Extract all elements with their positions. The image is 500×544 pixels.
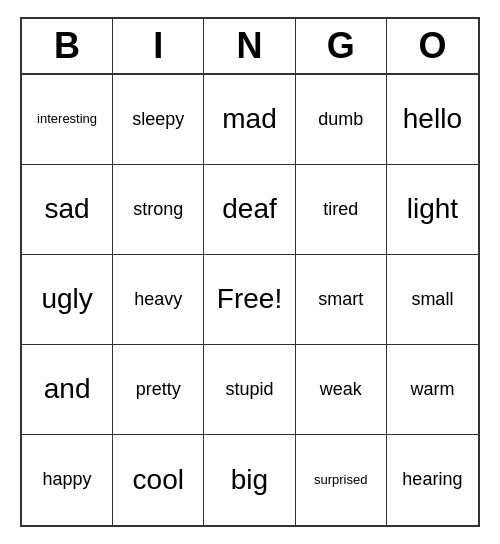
cell-label: tired bbox=[323, 200, 358, 220]
bingo-cell: deaf bbox=[204, 165, 295, 255]
bingo-cell: hearing bbox=[387, 435, 478, 525]
bingo-cell: strong bbox=[113, 165, 204, 255]
bingo-card: BINGO interestingsleepymaddumbhellosadst… bbox=[20, 17, 480, 527]
cell-label: stupid bbox=[225, 380, 273, 400]
bingo-cell: sad bbox=[22, 165, 113, 255]
cell-label: warm bbox=[410, 380, 454, 400]
bingo-cell: Free! bbox=[204, 255, 295, 345]
bingo-cell: sleepy bbox=[113, 75, 204, 165]
cell-label: mad bbox=[222, 104, 276, 135]
bingo-cell: interesting bbox=[22, 75, 113, 165]
cell-label: big bbox=[231, 465, 268, 496]
cell-label: heavy bbox=[134, 290, 182, 310]
bingo-cell: mad bbox=[204, 75, 295, 165]
cell-label: cool bbox=[133, 465, 184, 496]
bingo-cell: and bbox=[22, 345, 113, 435]
cell-label: happy bbox=[43, 470, 92, 490]
bingo-cell: hello bbox=[387, 75, 478, 165]
bingo-cell: weak bbox=[296, 345, 387, 435]
bingo-header-letter: N bbox=[204, 19, 295, 73]
bingo-header-letter: O bbox=[387, 19, 478, 73]
bingo-cell: light bbox=[387, 165, 478, 255]
cell-label: and bbox=[44, 374, 91, 405]
bingo-cell: big bbox=[204, 435, 295, 525]
bingo-cell: small bbox=[387, 255, 478, 345]
bingo-cell: tired bbox=[296, 165, 387, 255]
bingo-cell: ugly bbox=[22, 255, 113, 345]
bingo-cell: dumb bbox=[296, 75, 387, 165]
cell-label: ugly bbox=[41, 284, 92, 315]
cell-label: interesting bbox=[37, 112, 97, 126]
cell-label: deaf bbox=[222, 194, 277, 225]
cell-label: dumb bbox=[318, 110, 363, 130]
cell-label: surprised bbox=[314, 473, 367, 487]
bingo-header-letter: G bbox=[296, 19, 387, 73]
cell-label: small bbox=[411, 290, 453, 310]
cell-label: pretty bbox=[136, 380, 181, 400]
bingo-cell: pretty bbox=[113, 345, 204, 435]
cell-label: hello bbox=[403, 104, 462, 135]
cell-label: strong bbox=[133, 200, 183, 220]
cell-label: sad bbox=[45, 194, 90, 225]
bingo-cell: happy bbox=[22, 435, 113, 525]
cell-label: Free! bbox=[217, 284, 282, 315]
bingo-cell: heavy bbox=[113, 255, 204, 345]
cell-label: weak bbox=[320, 380, 362, 400]
cell-label: smart bbox=[318, 290, 363, 310]
cell-label: light bbox=[407, 194, 458, 225]
bingo-cell: smart bbox=[296, 255, 387, 345]
bingo-header-letter: I bbox=[113, 19, 204, 73]
bingo-header-letter: B bbox=[22, 19, 113, 73]
bingo-cell: stupid bbox=[204, 345, 295, 435]
bingo-header: BINGO bbox=[22, 19, 478, 75]
bingo-cell: surprised bbox=[296, 435, 387, 525]
bingo-cell: cool bbox=[113, 435, 204, 525]
bingo-cell: warm bbox=[387, 345, 478, 435]
bingo-grid: interestingsleepymaddumbhellosadstrongde… bbox=[22, 75, 478, 525]
cell-label: hearing bbox=[402, 470, 462, 490]
cell-label: sleepy bbox=[132, 110, 184, 130]
